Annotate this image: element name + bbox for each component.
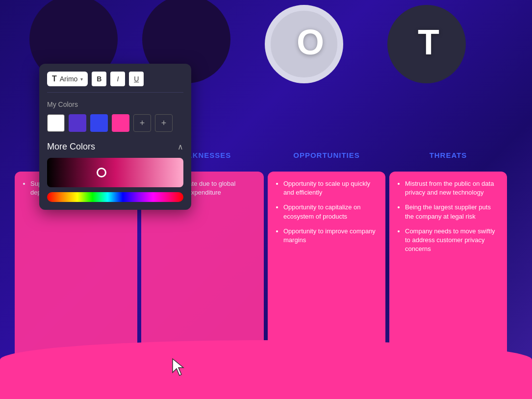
swatch-pink[interactable]	[112, 114, 129, 132]
color-picker-popup: T Arimo ▾ B I U My Colors + + More Color…	[39, 64, 191, 210]
more-colors-label: More Colors	[47, 142, 95, 152]
opportunities-item-2: Opportunity to capitalize on ecosystem o…	[283, 203, 378, 221]
opportunities-item-3: Opportunity to improve company margins	[283, 227, 378, 245]
opportunities-item-1: Opportunity to scale up quickly and effi…	[283, 179, 378, 197]
font-name-label: Arimo	[60, 75, 78, 83]
threats-item-2: Being the largest supplier puts the comp…	[405, 203, 499, 221]
add-color-button-1[interactable]: +	[133, 114, 151, 132]
rainbow-hue-bar[interactable]	[47, 192, 183, 202]
letter-t: T	[418, 22, 439, 62]
letter-o: O	[297, 22, 324, 62]
more-colors-header: More Colors ∧	[47, 142, 183, 152]
underline-button[interactable]: U	[129, 72, 144, 86]
color-swatches: + +	[47, 114, 183, 132]
opportunities-title: OPPORTUNITIES	[268, 147, 385, 163]
threats-item-3: Company needs to move swiftly to address…	[405, 227, 499, 254]
swatch-white[interactable]	[47, 114, 65, 132]
add-color-button-2[interactable]: +	[155, 114, 173, 132]
swatch-purple[interactable]	[69, 114, 86, 132]
toolbar-row: T Arimo ▾ B I U	[47, 72, 183, 93]
chevron-up-icon[interactable]: ∧	[177, 142, 183, 151]
threats-item-1: Mistrust from the public on data privacy…	[405, 179, 499, 197]
dropdown-arrow-icon: ▾	[80, 76, 83, 82]
bold-button[interactable]: B	[92, 72, 106, 86]
gradient-picker-handle[interactable]	[97, 168, 106, 177]
font-T-icon: T	[52, 75, 57, 83]
color-gradient-picker[interactable]	[47, 158, 183, 187]
italic-button[interactable]: I	[110, 72, 125, 86]
font-selector[interactable]: T Arimo ▾	[47, 72, 88, 86]
swatch-blue-purple[interactable]	[90, 114, 108, 132]
my-colors-label: My Colors	[47, 100, 183, 108]
threats-title: THREATS	[389, 147, 507, 163]
